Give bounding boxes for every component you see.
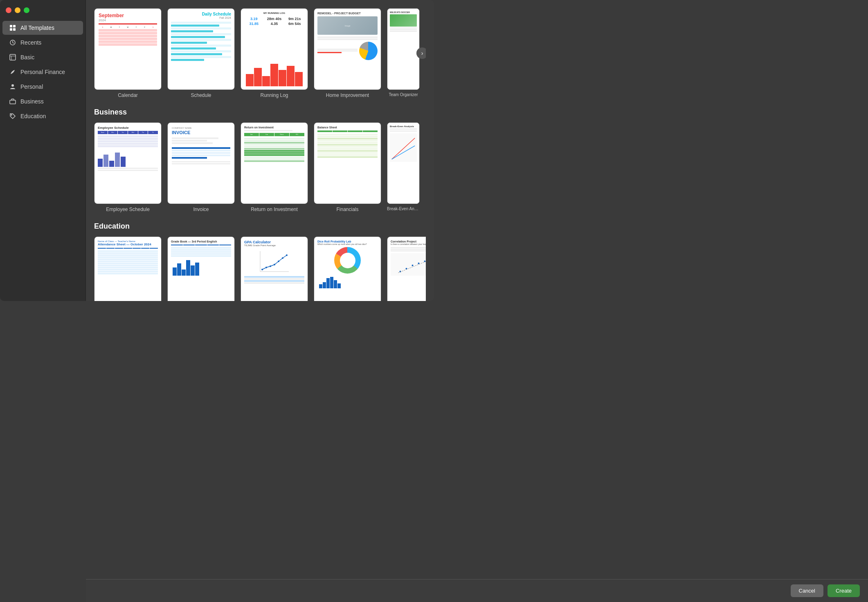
tag-icon (9, 112, 16, 120)
scroll-right-button[interactable]: › (416, 47, 426, 59)
sidebar-item-business[interactable]: Business (2, 94, 83, 108)
template-thumb-roi[interactable]: Return on Investment Item Cost Return RO… (241, 122, 308, 204)
svg-rect-0 (10, 25, 12, 27)
template-thumb-schedule[interactable]: Daily Schedule Fall 2024 (167, 8, 235, 90)
leaf-icon (9, 68, 16, 76)
template-card-dice-roll[interactable]: Dice Roll Probability Lab Which numbers … (314, 236, 381, 301)
template-thumb-grade-book[interactable]: Grade Book — 3rd Period English (167, 236, 235, 301)
business-section-title: Business (94, 108, 426, 117)
sidebar-item-all-templates[interactable]: All Templates (2, 21, 83, 35)
table-icon (9, 54, 16, 61)
svg-rect-5 (10, 54, 16, 60)
template-label-financials: Financials (336, 207, 358, 212)
education-section: Education Name of Class — Teacher's Name… (94, 222, 426, 301)
template-card-financials[interactable]: Balance Sheet (314, 122, 381, 212)
svg-line-12 (392, 146, 415, 159)
sidebar: All Templates Recents Basic Personal Fin… (0, 0, 86, 301)
template-card-home-improvement[interactable]: REMODEL - PROJECT BUDGET Image (314, 8, 381, 98)
top-template-row: September 2024 S M T W T F S (94, 8, 426, 98)
business-template-row: Employee Schedule Name Mon Tue Wed Thu F… (94, 122, 426, 212)
svg-point-17 (270, 265, 271, 267)
template-card-employee-schedule[interactable]: Employee Schedule Name Mon Tue Wed Thu F… (94, 122, 162, 212)
sidebar-item-label: Education (20, 113, 46, 119)
template-thumb-break-even[interactable]: Break-Even Analysis (387, 122, 420, 204)
template-thumb-home-improvement[interactable]: REMODEL - PROJECT BUDGET Image (314, 8, 381, 90)
template-card-correlation-project[interactable]: Correlation Project Is there a correlati… (387, 236, 426, 301)
template-thumb-gpa-calculator[interactable]: GPA Calculator TEJME Grade Point Average (241, 236, 308, 301)
briefcase-icon (9, 98, 16, 105)
template-label-break-even: Break-Even Analysis (387, 207, 420, 211)
template-card-invoice[interactable]: COMPANY NAME INVOICE (167, 122, 235, 212)
sidebar-item-education[interactable]: Education (2, 109, 83, 123)
template-card-attendance-sheet[interactable]: Name of Class — Teacher's Name Attendanc… (94, 236, 162, 301)
svg-point-18 (274, 264, 275, 265)
close-button[interactable] (6, 7, 11, 13)
clock-icon (9, 39, 16, 46)
template-thumb-running-log[interactable]: MY RUNNING LOG 3.19 28m 40s 9m 21s 31.85… (241, 8, 308, 90)
template-thumb-employee-schedule[interactable]: Employee Schedule Name Mon Tue Wed Thu F… (94, 122, 162, 204)
svg-rect-1 (13, 25, 16, 27)
maximize-button[interactable] (24, 7, 29, 13)
template-label-invoice: Invoice (193, 207, 209, 212)
template-card-roi[interactable]: Return on Investment Item Cost Return RO… (241, 122, 308, 212)
sidebar-item-personal[interactable]: Personal (2, 80, 83, 94)
template-card-gpa-calculator[interactable]: GPA Calculator TEJME Grade Point Average (241, 236, 308, 301)
template-thumb-invoice[interactable]: COMPANY NAME INVOICE (167, 122, 235, 204)
template-card-running-log[interactable]: MY RUNNING LOG 3.19 28m 40s 9m 21s 31.85… (241, 8, 308, 98)
template-thumb-attendance-sheet[interactable]: Name of Class — Teacher's Name Attendanc… (94, 236, 162, 301)
svg-point-10 (11, 115, 12, 115)
template-thumb-team-organizer[interactable]: WILDCATS SOCCER (387, 8, 420, 90)
svg-point-8 (11, 84, 14, 87)
template-card-break-even[interactable]: Break-Even Analysis Break-Even Analysis (387, 122, 420, 212)
svg-rect-9 (10, 100, 16, 104)
svg-rect-3 (13, 28, 16, 31)
sidebar-item-recents[interactable]: Recents (2, 36, 83, 49)
svg-line-11 (392, 138, 415, 159)
template-label-schedule: Schedule (191, 92, 211, 98)
business-section: Business Employee Schedule Name Mon Tue … (94, 108, 426, 212)
svg-point-19 (278, 261, 279, 262)
svg-rect-2 (10, 28, 12, 31)
template-label-team-organizer: Team Organizer (389, 92, 418, 97)
sidebar-item-label: Basic (20, 54, 34, 61)
template-card-team-organizer[interactable]: WILDCATS SOCCER Team Organizer (387, 8, 420, 98)
template-thumb-calendar[interactable]: September 2024 S M T W T F S (94, 8, 162, 90)
minimize-button[interactable] (15, 7, 20, 13)
grid-icon (9, 24, 16, 31)
sidebar-item-label: Personal Finance (20, 69, 65, 75)
education-section-title: Education (94, 222, 426, 231)
template-card-calendar[interactable]: September 2024 S M T W T F S (94, 8, 162, 98)
svg-point-15 (261, 269, 263, 270)
svg-point-21 (286, 254, 288, 256)
svg-point-25 (418, 263, 420, 264)
education-template-row: Name of Class — Teacher's Name Attendanc… (94, 236, 426, 301)
template-label-employee-schedule: Employee Schedule (106, 207, 150, 212)
sidebar-item-label: All Templates (20, 25, 54, 31)
svg-line-29 (398, 255, 426, 273)
template-thumb-dice-roll[interactable]: Dice Roll Probability Lab Which numbers … (314, 236, 381, 301)
template-card-schedule[interactable]: Daily Schedule Fall 2024 (167, 8, 235, 98)
template-card-grade-book[interactable]: Grade Book — 3rd Period English (167, 236, 235, 301)
svg-point-24 (412, 265, 414, 266)
main-content: September 2024 S M T W T F S (86, 0, 434, 301)
sidebar-item-label: Recents (20, 39, 41, 46)
person-icon (9, 83, 16, 90)
sidebar-item-label: Business (20, 98, 44, 105)
sidebar-item-personal-finance[interactable]: Personal Finance (2, 65, 83, 79)
template-thumb-correlation-project[interactable]: Correlation Project Is there a correlati… (387, 236, 426, 301)
template-thumb-financials[interactable]: Balance Sheet (314, 122, 381, 204)
traffic-lights (6, 7, 29, 13)
sidebar-item-label: Personal (20, 83, 43, 90)
top-section: September 2024 S M T W T F S (94, 8, 426, 98)
svg-point-16 (265, 267, 267, 268)
svg-point-20 (282, 257, 283, 259)
sidebar-item-basic[interactable]: Basic (2, 50, 83, 64)
template-label-calendar: Calendar (118, 92, 138, 98)
template-label-roi: Return on Investment (251, 207, 298, 212)
template-label-home-improvement: Home Improvement (326, 92, 369, 98)
template-label-running-log: Running Log (260, 92, 288, 98)
